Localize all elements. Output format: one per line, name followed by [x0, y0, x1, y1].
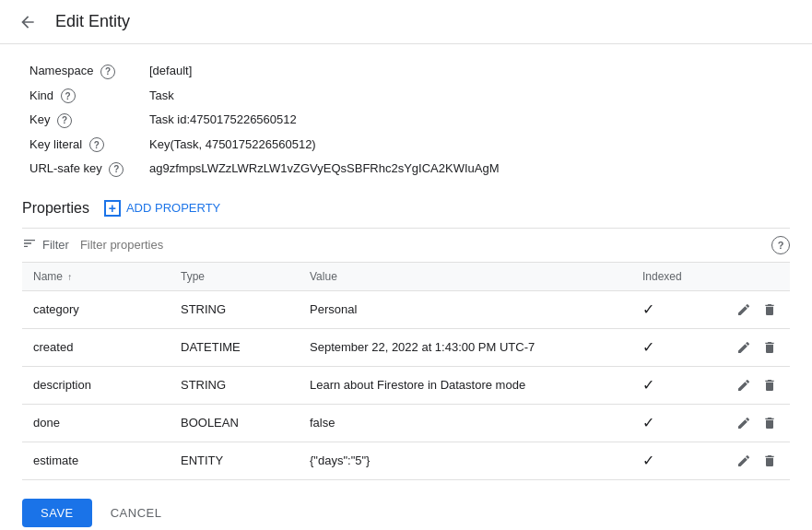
delete-button[interactable] [760, 376, 779, 395]
properties-section: Properties + ADD PROPERTY Filter ? Name … [0, 182, 812, 480]
indexed-checkmark: ✓ [642, 415, 654, 430]
column-header-value: Value [299, 263, 631, 291]
indexed-checkmark: ✓ [642, 377, 654, 393]
edit-button[interactable] [735, 300, 753, 319]
edit-button[interactable] [735, 338, 753, 357]
table-row: description STRING Learn about Firestore… [22, 366, 790, 404]
prop-name: done [22, 404, 170, 442]
info-label: Key literal ? [22, 133, 142, 158]
prop-value: Learn about Firestore in Datastore mode [299, 366, 631, 404]
column-header-actions [724, 263, 790, 291]
prop-actions [724, 290, 790, 328]
properties-title: Properties [22, 200, 89, 217]
delete-button[interactable] [760, 414, 779, 432]
info-label: Kind ? [22, 84, 142, 109]
prop-name: estimate [22, 442, 170, 479]
indexed-checkmark: ✓ [642, 301, 654, 317]
entity-info-section: Namespace ? [default] Kind ? Task Key ? … [0, 44, 812, 182]
table-row: category STRING Personal ✓ [22, 290, 790, 328]
prop-name: description [22, 366, 170, 404]
prop-value: false [299, 404, 631, 442]
add-property-button[interactable]: + ADD PROPERTY [104, 200, 220, 217]
prop-type: STRING [170, 290, 299, 328]
edit-button[interactable] [735, 452, 753, 470]
filter-label: Filter [22, 236, 69, 253]
info-row: Key literal ? Key(Task, 4750175226560512… [22, 133, 538, 158]
prop-type: BOOLEAN [170, 404, 299, 442]
table-header-row: Name ↑ Type Value Indexed [22, 263, 790, 291]
prop-indexed: ✓ [631, 290, 724, 328]
column-header-type: Type [170, 263, 299, 291]
info-label: Namespace ? [22, 59, 142, 84]
prop-value: Personal [299, 290, 631, 328]
filter-input[interactable] [80, 238, 764, 252]
help-icon[interactable]: ? [109, 162, 124, 177]
info-row: Namespace ? [default] [22, 59, 538, 84]
column-header-name: Name ↑ [22, 263, 170, 291]
sort-asc-icon: ↑ [67, 272, 72, 282]
delete-button[interactable] [760, 338, 779, 357]
edit-button[interactable] [735, 414, 753, 432]
delete-button[interactable] [760, 452, 779, 470]
edit-button[interactable] [735, 376, 753, 395]
prop-actions [724, 404, 790, 442]
prop-indexed: ✓ [631, 442, 724, 479]
prop-value: {"days":"5"} [299, 442, 631, 479]
add-property-label: ADD PROPERTY [126, 201, 220, 215]
save-button[interactable]: SAVE [22, 499, 92, 527]
properties-header: Properties + ADD PROPERTY [22, 200, 790, 217]
prop-name: category [22, 290, 170, 328]
prop-actions [724, 442, 790, 479]
footer: SAVE CANCEL [0, 480, 812, 530]
help-icon[interactable]: ? [57, 113, 72, 128]
indexed-checkmark: ✓ [642, 453, 654, 468]
prop-indexed: ✓ [631, 328, 724, 366]
help-icon[interactable]: ? [61, 88, 76, 103]
prop-type: STRING [170, 366, 299, 404]
help-icon[interactable]: ? [100, 65, 115, 79]
info-value: Key(Task, 4750175226560512) [142, 133, 538, 158]
prop-type: DATETIME [170, 328, 299, 366]
back-button[interactable] [15, 9, 41, 35]
indexed-checkmark: ✓ [642, 339, 654, 355]
prop-actions [724, 366, 790, 404]
column-header-indexed: Indexed [631, 263, 724, 291]
table-row: created DATETIME September 22, 2022 at 1… [22, 328, 790, 366]
entity-info-table: Namespace ? [default] Kind ? Task Key ? … [22, 59, 538, 182]
properties-table: Name ↑ Type Value Indexed category STRIN… [22, 263, 790, 480]
info-label: URL-safe key ? [22, 157, 142, 182]
filter-bar: Filter ? [22, 228, 790, 263]
cancel-button[interactable]: CANCEL [107, 499, 166, 527]
prop-name: created [22, 328, 170, 366]
info-value: Task [142, 84, 538, 109]
prop-value: September 22, 2022 at 1:43:00 PM UTC-7 [299, 328, 631, 366]
filter-help-icon[interactable]: ? [771, 236, 790, 254]
info-row: URL-safe key ? ag9zfmpsLWZzLWRzLW1vZGVyE… [22, 157, 538, 182]
prop-actions [724, 328, 790, 366]
header: Edit Entity [0, 0, 812, 44]
filter-lines-icon [22, 236, 37, 253]
table-row: estimate ENTITY {"days":"5"} ✓ [22, 442, 790, 479]
prop-type: ENTITY [170, 442, 299, 479]
info-value: ag9zfmpsLWZzLWRzLW1vZGVyEQsSBFRhc2sYgICA… [142, 157, 538, 182]
info-value: Task id:4750175226560512 [142, 108, 538, 133]
info-row: Kind ? Task [22, 84, 538, 109]
table-row: done BOOLEAN false ✓ [22, 404, 790, 442]
help-icon[interactable]: ? [89, 137, 104, 152]
page-title: Edit Entity [55, 12, 130, 31]
delete-button[interactable] [760, 300, 779, 319]
prop-indexed: ✓ [631, 404, 724, 442]
prop-indexed: ✓ [631, 366, 724, 404]
info-value: [default] [142, 59, 538, 84]
info-label: Key ? [22, 108, 142, 133]
filter-text: Filter [42, 238, 69, 252]
info-row: Key ? Task id:4750175226560512 [22, 108, 538, 133]
plus-icon: + [104, 200, 121, 217]
